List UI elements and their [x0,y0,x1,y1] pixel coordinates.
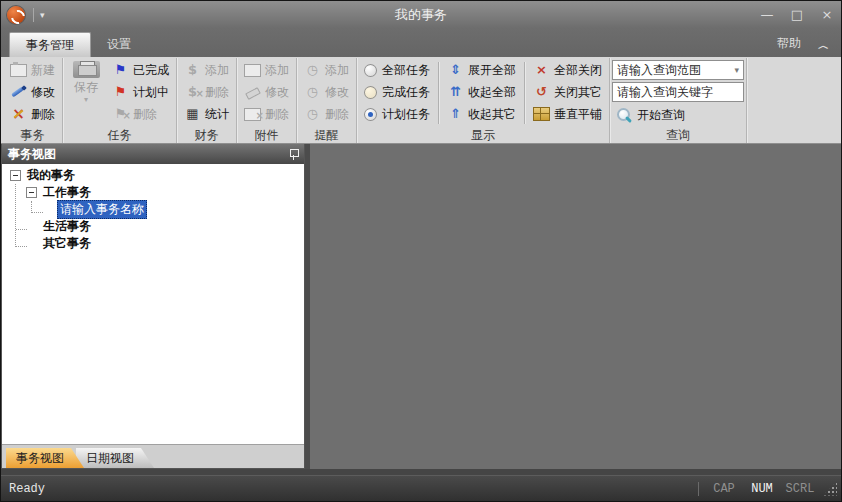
radio-done-tasks[interactable]: 完成任务 [359,81,435,103]
tree-connector [15,184,16,247]
button-label: 关闭其它 [554,84,602,101]
tree-item[interactable]: 工作事务 [2,184,304,201]
button-label: 保存 [74,79,98,96]
ribbon-button-close-others[interactable]: ↺关闭其它 [528,81,607,103]
ribbon-button-collapse-all[interactable]: ⇈收起全部 [442,81,521,103]
group-label-affairs: 事务 [5,127,60,143]
tree-connector [32,212,43,213]
tree-connector [16,229,27,230]
button-label: 删除 [133,106,157,123]
tree-expand-icon[interactable] [10,170,21,181]
button-label: 添加 [205,62,229,79]
ribbon-button-task-completed[interactable]: ⚑已完成 [107,59,174,81]
button-label: 收起全部 [468,84,516,101]
status-indicator-cap: CAP [705,482,743,496]
clock-icon: ◷ [304,106,321,122]
tab-affairs-management[interactable]: 事务管理 [9,32,91,57]
quick-access-caret-icon[interactable]: ▾ [40,10,45,20]
query-keyword-input[interactable]: 请输入查询关键字 [612,82,744,102]
tree-item-label: 生活事务 [41,218,93,235]
tree-item-label: 我的事务 [25,167,77,184]
content-area: 事务视图 我的事务工作事务请输入事务名称生活事务其它事务 事务视图日期视图 [1,144,841,469]
maximize-button[interactable]: □ [789,1,805,28]
ribbon-button-expand-all[interactable]: ⇕展开全部 [442,59,521,81]
quick-access-separator [33,8,34,22]
window-title: 我的事务 [1,6,841,24]
ribbon-group-finance: $添加$删除▦统计财务 [177,58,237,143]
ribbon-button-modify-affair[interactable]: 修改 [5,81,60,103]
ribbon-group-reminders: ◷添加◷修改◷删除提醒 [297,58,357,143]
group-label-attachments: 附件 [239,127,294,143]
panel-tab-inactive[interactable]: 日期视图 [76,448,154,468]
collapse-all-icon: ⇈ [447,84,464,100]
radio-planned-tasks[interactable]: 计划任务 [359,103,435,125]
query-scope-combobox[interactable]: 请输入查询范围▾ [612,60,744,80]
radio-icon [364,108,377,121]
ribbon-button-task-planned[interactable]: ⚑计划中 [107,81,174,103]
tree-item[interactable]: 其它事务 [2,235,304,252]
minimize-button[interactable]: — [759,1,775,28]
ribbon-tab-row: 事务管理 设置 帮助 ︿ [1,28,841,57]
ribbon-group-display: 全部任务完成任务计划任务⇕展开全部⇈收起全部⇑收起其它×全部关闭↺关闭其它垂直平… [357,58,610,143]
group-inner-separator [438,62,439,124]
group-label-tasks: 任务 [65,127,174,143]
ribbon-button-collapse-others[interactable]: ⇑收起其它 [442,103,521,125]
group-inner-separator [524,62,525,124]
help-button[interactable]: 帮助 [777,35,801,52]
resize-grip[interactable] [823,482,837,496]
close-all-icon: × [533,62,550,78]
button-label: 删除 [265,106,289,123]
ribbon-button-tile-vertical[interactable]: 垂直平铺 [528,103,607,125]
ribbon-button-remind-delete: ◷删除 [299,103,354,125]
tree-item[interactable]: 生活事务 [2,218,304,235]
status-text: Ready [9,482,45,496]
radio-all-tasks[interactable]: 全部任务 [359,59,435,81]
ribbon-group-attachments: 添加修改删除附件 [237,58,297,143]
group-label-finance: 财务 [179,127,234,143]
ribbon: 新建修改×删除事务保存▾⚑已完成⚑计划中⚑删除任务$添加$删除▦统计财务添加修改… [1,57,841,144]
group-label-display: 显示 [359,127,607,143]
mdi-client-area [310,144,841,469]
status-bar: Ready CAPNUMSCRL [1,475,841,501]
radio-label: 全部任务 [382,62,430,79]
ribbon-group-affairs: 新建修改×删除事务 [3,58,63,143]
pen-icon [10,84,27,100]
group-label-reminders: 提醒 [299,127,354,143]
pin-icon[interactable] [289,148,298,160]
tree-connector [16,246,27,247]
status-indicator-num: NUM [743,482,781,496]
ribbon-button-delete-affair[interactable]: ×删除 [5,103,60,125]
flag-blue-icon: ⚑ [112,62,129,78]
button-label: 删除 [325,106,349,123]
radio-label: 完成任务 [382,84,430,101]
ribbon-button-close-all[interactable]: ×全部关闭 [528,59,607,81]
radio-label: 计划任务 [382,106,430,123]
tree-item[interactable]: 我的事务 [2,167,304,184]
dollar-x-icon: $ [184,84,201,100]
group-label-query: 查询 [612,127,744,143]
ribbon-button-remind-add: ◷添加 [299,59,354,81]
button-label: 删除 [205,84,229,101]
eraser-icon [244,84,261,100]
button-label: 收起其它 [468,106,516,123]
button-label: 添加 [325,62,349,79]
flag-red-icon: ⚑ [112,84,129,100]
tree-item[interactable]: 请输入事务名称 [2,201,304,218]
tree-expand-icon[interactable] [26,187,37,198]
tab-settings[interactable]: 设置 [91,32,147,57]
close-button[interactable]: × [819,1,835,28]
ribbon-button-save: 保存▾ [65,59,107,104]
ribbon-button-start-query[interactable]: 开始查询 [612,104,744,126]
tree-item-label: 其它事务 [41,235,93,252]
ribbon-button-finance-delete: $删除 [179,81,234,103]
button-label: 修改 [325,84,349,101]
ribbon-button-attach-modify: 修改 [239,81,294,103]
button-label: 删除 [31,106,55,123]
collapse-ribbon-icon[interactable]: ︿ [818,38,829,53]
ribbon-button-finance-stats[interactable]: ▦统计 [179,103,234,125]
button-label: 计划中 [133,84,169,101]
panel-tab-active[interactable]: 事务视图 [6,448,84,468]
app-logo-icon[interactable] [7,6,25,24]
ribbon-group-query: 请输入查询范围▾请输入查询关键字开始查询查询 [610,58,747,143]
ribbon-button-finance-add: $添加 [179,59,234,81]
